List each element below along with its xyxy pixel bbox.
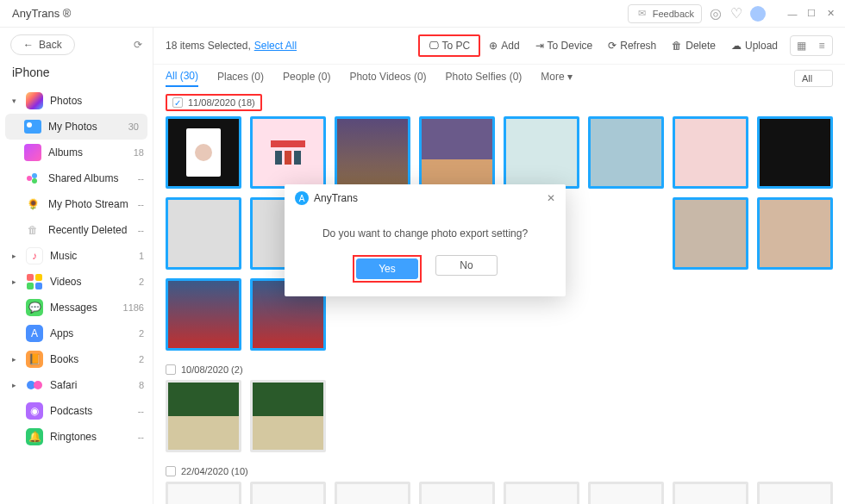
to-device-button[interactable]: ⇥ To Device (529, 36, 600, 55)
music-icon: ♪ (26, 247, 43, 264)
sidebar-item-photo-stream[interactable]: 🌻 My Photo Stream -- (0, 191, 153, 217)
sidebar-item-label: My Photo Stream (48, 198, 131, 210)
sidebar-item-label: Photos (50, 95, 137, 107)
to-pc-button[interactable]: 🖵 To PC (418, 34, 481, 57)
back-label: Back (39, 39, 62, 51)
search-icon[interactable]: ◎ (709, 7, 723, 21)
refresh-icon[interactable]: ⟳ (134, 39, 142, 51)
tab-photo-videos[interactable]: Photo Videos (0) (349, 71, 426, 86)
photo-thumb[interactable] (250, 116, 326, 189)
group-label: 11/08/2020 (18) (188, 97, 255, 108)
photo-thumb[interactable] (504, 482, 579, 504)
tab-people[interactable]: People (0) (283, 71, 330, 86)
photo-thumb[interactable] (419, 116, 495, 189)
titlebar: AnyTrans ® ✉ Feedback ◎ ♡ — ☐ ✕ (0, 0, 845, 28)
group-header-2[interactable]: 10/08/2020 (2) (166, 359, 833, 380)
photo-thumb[interactable] (335, 116, 410, 189)
sidebar-item-podcasts[interactable]: ▸ ◉ Podcasts -- (0, 398, 153, 424)
filter-select[interactable]: All (794, 70, 833, 87)
photo-thumb[interactable] (757, 482, 833, 504)
refresh-button[interactable]: ⟳ Refresh (601, 36, 663, 55)
select-all-link[interactable]: Select All (254, 40, 297, 52)
svg-point-8 (34, 381, 42, 389)
sidebar-item-label: Safari (50, 379, 132, 391)
group-header-1[interactable]: ✓ 11/08/2020 (18) (166, 94, 262, 111)
checkbox-icon[interactable] (166, 466, 176, 476)
photo-thumb[interactable] (166, 197, 241, 270)
gift-icon[interactable]: ♡ (729, 7, 743, 21)
tab-all[interactable]: All (30) (166, 70, 198, 87)
close-icon[interactable]: ✕ (547, 192, 555, 204)
back-button[interactable]: ← Back (10, 34, 75, 55)
sidebar-item-my-photos[interactable]: My Photos 30 (5, 114, 147, 140)
photo-thumb[interactable] (419, 482, 495, 504)
yes-highlight: Yes (353, 255, 422, 283)
add-button[interactable]: ⊕ Add (482, 36, 526, 55)
maximize-icon[interactable]: ☐ (805, 8, 817, 20)
sidebar-item-books[interactable]: ▸ 📙 Books 2 (0, 346, 153, 372)
list-view-icon[interactable]: ≡ (811, 36, 832, 55)
thumb-row (166, 380, 833, 452)
sidebar-item-shared-albums[interactable]: Shared Albums -- (0, 165, 153, 191)
sidebar-item-ringtones[interactable]: ▸ 🔔 Ringtones -- (0, 424, 153, 450)
tab-places[interactable]: Places (0) (217, 71, 264, 86)
photo-thumb[interactable] (250, 380, 326, 452)
content: ✓ 11/08/2020 (18) (153, 90, 845, 504)
photo-thumb[interactable] (673, 197, 748, 270)
photo-thumb[interactable] (166, 278, 241, 351)
sidebar-item-music[interactable]: ▸ ♪ Music 1 (0, 243, 153, 269)
photo-thumb[interactable] (673, 116, 748, 189)
svg-rect-3 (27, 274, 34, 281)
selection-info: 18 items Selected, (166, 40, 251, 52)
chevron-down-icon: ▾ (12, 96, 19, 105)
checkbox-icon[interactable]: ✓ (172, 97, 183, 108)
sidebar-item-label: Books (50, 353, 132, 365)
svg-point-2 (32, 178, 37, 184)
svg-rect-5 (27, 283, 34, 289)
sidebar-item-recently-deleted[interactable]: 🗑 Recently Deleted -- (0, 217, 153, 243)
chevron-right-icon: ▸ (12, 355, 19, 364)
sidebar-item-albums[interactable]: Albums 18 (0, 140, 153, 165)
device-name: iPhone (0, 62, 153, 88)
photo-thumb[interactable] (673, 482, 748, 504)
avatar[interactable] (750, 6, 766, 22)
sidebar-item-safari[interactable]: ▸ Safari 8 (0, 372, 153, 398)
photo-thumb[interactable] (504, 116, 579, 189)
photo-thumb[interactable] (250, 482, 326, 504)
photo-thumb[interactable] (166, 482, 241, 504)
dialog-header: A AnyTrans ✕ (285, 184, 566, 212)
close-icon[interactable]: ✕ (824, 8, 836, 20)
photo-thumb[interactable] (166, 116, 241, 189)
photo-thumb[interactable] (588, 116, 664, 189)
delete-button[interactable]: 🗑 Delete (665, 36, 723, 55)
podcasts-icon: ◉ (26, 402, 43, 420)
tab-more[interactable]: More ▾ (541, 71, 573, 86)
safari-icon (26, 376, 43, 394)
photo-thumb[interactable] (757, 197, 833, 270)
group-header-3[interactable]: 22/04/2020 (10) (166, 461, 833, 482)
photo-thumb[interactable] (335, 482, 410, 504)
no-button[interactable]: No (435, 255, 498, 276)
sidebar-item-label: Apps (50, 327, 132, 339)
export-dialog: A AnyTrans ✕ Do you want to change photo… (285, 184, 566, 296)
photo-thumb[interactable] (588, 482, 664, 504)
sidebar-item-apps[interactable]: ▸ A Apps 2 (0, 320, 153, 346)
tab-photo-selfies[interactable]: Photo Selfies (0) (446, 71, 523, 86)
grid-view-icon[interactable]: ▦ (791, 36, 811, 55)
sidebar-item-photos[interactable]: ▾ Photos (0, 88, 153, 114)
sidebar-item-label: Podcasts (50, 405, 131, 417)
ringtones-icon: 🔔 (26, 428, 43, 445)
minimize-icon[interactable]: — (786, 8, 798, 20)
yes-button[interactable]: Yes (356, 258, 418, 279)
photo-thumb[interactable] (166, 380, 241, 452)
sidebar-item-messages[interactable]: ▸ 💬 Messages 1186 (0, 295, 153, 320)
arrow-left-icon: ← (23, 39, 34, 51)
photo-thumb[interactable] (757, 116, 833, 189)
upload-button[interactable]: ☁ Upload (724, 36, 785, 55)
sidebar-item-videos[interactable]: ▸ Videos 2 (0, 269, 153, 295)
thumb-row (166, 482, 833, 504)
feedback-button[interactable]: ✉ Feedback (628, 4, 702, 23)
photo-icon (24, 120, 41, 134)
checkbox-icon[interactable] (166, 364, 176, 375)
svg-rect-4 (35, 274, 42, 281)
